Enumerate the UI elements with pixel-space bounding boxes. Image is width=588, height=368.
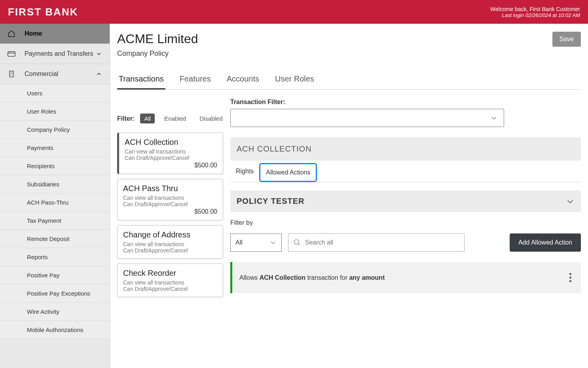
filter-by-select[interactable]: All	[230, 233, 282, 252]
sidebar-item-reports[interactable]: Reports	[0, 248, 110, 266]
tab-transactions[interactable]: Transactions	[117, 70, 165, 89]
svg-point-9	[294, 240, 299, 245]
tx-card-line: Can view all transactions	[123, 279, 217, 286]
tx-card-line: Can view all transactions	[123, 195, 217, 201]
nav-home-label: Home	[25, 30, 42, 37]
app-header: FIRST BANK Welcome back, First Bank Cust…	[0, 0, 588, 24]
sidebar-item-mobile-authorizations[interactable]: Mobile Authorizations	[0, 321, 110, 339]
chevron-down-icon	[95, 50, 102, 57]
transaction-card[interactable]: Check ReorderCan view all transactionsCa…	[117, 264, 223, 297]
sidebar-item-tax-payment[interactable]: Tax Payment	[0, 212, 110, 230]
section-header: ACH COLLECTION	[230, 137, 581, 161]
tx-card-line: Can Draft/Approve/Cancel	[123, 286, 217, 292]
rule-text: Allows ACH Collection transaction for an…	[239, 274, 385, 281]
tx-card-title: ACH Collection	[125, 138, 217, 147]
filter-row: Filter: AllEnabledDisabled	[117, 115, 223, 122]
sidebar-item-users[interactable]: Users	[0, 84, 110, 102]
tx-card-title: Change of Address	[123, 230, 217, 239]
chevron-down-icon	[566, 197, 575, 206]
search-box[interactable]	[288, 233, 465, 252]
last-login-text: Last login 02/26/2024 at 10:02 AM	[490, 12, 580, 18]
welcome-text: Welcome back, First Bank Customer	[490, 6, 580, 12]
filter-pill-disabled[interactable]: Disabled	[195, 114, 226, 123]
rights-subtabs: Rights Allowed Actions	[230, 163, 581, 182]
home-icon	[7, 29, 16, 38]
tx-card-line: Can Draft/Approve/Cancel	[123, 201, 217, 207]
policy-tester-panel[interactable]: POLICY TESTER	[230, 190, 581, 212]
sidebar-item-wire-activity[interactable]: Wire Activity	[0, 303, 110, 321]
svg-rect-2	[9, 71, 13, 77]
allowed-action-rule[interactable]: Allows ACH Collection transaction for an…	[230, 262, 581, 293]
card-icon	[7, 49, 16, 58]
sidebar-item-ach-pass-thru[interactable]: ACH Pass-Thru	[0, 193, 110, 212]
filter-pill-all[interactable]: All	[140, 114, 155, 123]
sidebar-item-user-roles[interactable]: User Roles	[0, 102, 110, 121]
kebab-menu-icon[interactable]	[567, 271, 574, 285]
transaction-card[interactable]: ACH Pass ThruCan view all transactionsCa…	[117, 179, 223, 220]
add-allowed-action-button[interactable]: Add Allowed Action	[510, 233, 581, 252]
filter-by-value: All	[235, 239, 243, 246]
nav-payments-transfers[interactable]: Payments and Transfers	[0, 44, 110, 64]
subtab-allowed-actions[interactable]: Allowed Actions	[259, 163, 317, 182]
filter-pill-enabled[interactable]: Enabled	[160, 114, 190, 123]
filter-by-label: Filter by	[230, 219, 581, 226]
tx-card-amount: $500.00	[125, 162, 217, 169]
filter-label: Filter:	[117, 115, 135, 122]
chevron-up-icon	[95, 70, 102, 78]
nav-commercial-label: Commercial	[25, 70, 58, 78]
svg-line-10	[298, 244, 300, 245]
nav-payments-label: Payments and Transfers	[25, 50, 93, 57]
nav-home[interactable]: Home	[0, 24, 110, 44]
sidebar-item-subsidiaries[interactable]: Subsidiaries	[0, 175, 110, 193]
search-icon	[293, 239, 301, 247]
save-button[interactable]: Save	[552, 32, 581, 47]
policy-tester-title: POLICY TESTER	[237, 197, 305, 206]
tx-card-line: Can view all transactions	[123, 241, 217, 247]
subtab-rights[interactable]: Rights	[230, 163, 259, 182]
sidebar-item-payments[interactable]: Payments	[0, 139, 110, 157]
transaction-card[interactable]: ACH CollectionCan view all transactionsC…	[117, 133, 223, 174]
sidebar-item-company-policy[interactable]: Company Policy	[0, 121, 110, 139]
svg-rect-0	[8, 52, 15, 57]
tx-card-line: Can Draft/Approve/Cancel	[125, 155, 217, 161]
transaction-card[interactable]: Change of AddressCan view all transactio…	[117, 225, 223, 259]
nav-commercial[interactable]: Commercial	[0, 64, 110, 84]
policy-tabs: TransactionsFeaturesAccountsUser Roles	[117, 70, 581, 90]
transaction-filter-label: Transaction Filter:	[230, 99, 581, 106]
search-input[interactable]	[305, 239, 459, 246]
chevron-down-icon	[269, 239, 277, 246]
sidebar: Home Payments and Transfers Commercial U…	[0, 24, 110, 368]
welcome-box: Welcome back, First Bank Customer Last l…	[490, 6, 580, 18]
tab-features[interactable]: Features	[178, 70, 212, 89]
tx-card-amount: $500.00	[123, 208, 217, 215]
sidebar-item-positive-pay-exceptions[interactable]: Positive Pay Exceptions	[0, 285, 110, 303]
main-content: ACME Limited Company Policy Save Transac…	[110, 24, 588, 368]
transaction-filter-select[interactable]	[230, 109, 504, 127]
sidebar-item-remote-deposit[interactable]: Remote Deposit	[0, 230, 110, 248]
tx-card-line: Can Draft/Approve/Cancel	[123, 247, 217, 254]
chevron-down-icon	[490, 114, 497, 121]
page-title: ACME Limited	[117, 32, 198, 46]
page-subtitle: Company Policy	[117, 49, 198, 58]
tab-accounts[interactable]: Accounts	[225, 70, 261, 89]
tx-card-title: ACH Pass Thru	[123, 184, 217, 193]
building-icon	[7, 70, 16, 78]
bank-logo: FIRST BANK	[8, 6, 78, 18]
tab-user-roles[interactable]: User Roles	[273, 70, 316, 89]
tx-card-line: Can view all transactions	[125, 148, 217, 155]
tx-card-title: Check Reorder	[123, 269, 217, 278]
sidebar-item-recipients[interactable]: Recipients	[0, 157, 110, 175]
sidebar-item-positive-pay[interactable]: Positive Pay	[0, 266, 110, 285]
